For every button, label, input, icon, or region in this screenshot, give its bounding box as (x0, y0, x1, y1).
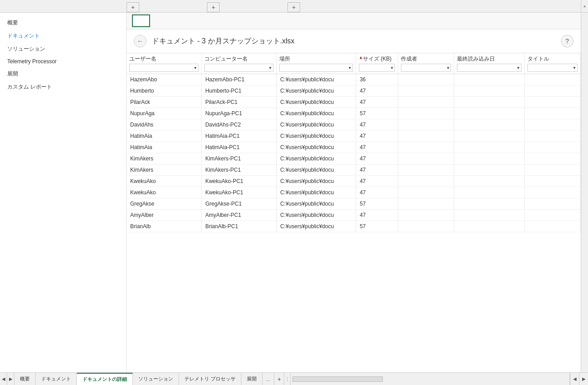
col-header-lastread: 最終読み込み日 ▼ (454, 53, 524, 74)
cell-author (398, 108, 454, 119)
table-row[interactable]: PilarAckPilarAck-PC1C:¥users¥public¥docu… (127, 97, 581, 108)
cell-title (524, 210, 580, 221)
filter-computer[interactable]: ▼ (204, 64, 273, 72)
sidebar-item-documents[interactable]: ドキュメント (0, 29, 126, 42)
sidebar-item-telemetry[interactable]: Telemetry Processor (0, 56, 126, 67)
cell-size: 47 (356, 142, 398, 153)
bottom-scroll-left[interactable]: ◀ (570, 373, 579, 385)
col-header-author: 作成者 ▼ (398, 53, 454, 74)
table-row[interactable]: NupurAgaNupurAga-PC1C:¥users¥public¥docu… (127, 108, 581, 119)
col-header-username: ユーザー名 ▼ (127, 53, 202, 74)
cell-author (398, 176, 454, 187)
table-row[interactable]: AmyAlberAmyAlber-PC1C:¥users¥public¥docu… (127, 210, 581, 221)
cell-lastread (454, 108, 524, 119)
table-row[interactable]: KimAkersKimAkers-PC1C:¥users¥public¥docu… (127, 164, 581, 176)
cell-lastread (454, 176, 524, 187)
help-button[interactable]: ? (561, 35, 574, 47)
table-row[interactable]: GregAkseGregAkse-PC1C:¥users¥public¥docu… (127, 198, 581, 210)
filter-author[interactable]: ▼ (401, 64, 451, 72)
cell-author (398, 187, 454, 198)
filter-arrow-computer: ▼ (268, 66, 272, 70)
cell-location: C:¥users¥public¥docu (276, 74, 356, 85)
table-row[interactable]: BrianAlbBrianAlb-PC1C:¥users¥public¥docu… (127, 221, 581, 232)
top-tab-add-1[interactable]: + (127, 2, 139, 12)
cell-lastread (454, 74, 524, 85)
tab-overview[interactable]: 概要 (14, 373, 36, 385)
filter-title[interactable]: ▼ (527, 64, 578, 72)
filter-lastread[interactable]: ▼ (457, 64, 521, 72)
cell-computer: PilarAck-PC1 (202, 97, 277, 108)
cell-computer: HazemAbo-PC1 (202, 74, 277, 85)
top-scrollbar[interactable]: ▲ (581, 0, 588, 12)
cell-title (524, 97, 580, 108)
sidebar-item-solutions[interactable]: ソリューション (0, 42, 126, 56)
table-row[interactable]: HatimAiaHatimAia-PC1C:¥users¥public¥docu… (127, 142, 581, 153)
cell-lastread (454, 85, 524, 97)
cell-location: C:¥users¥public¥docu (276, 176, 356, 187)
sidebar-item-overview[interactable]: 概要 (0, 16, 126, 29)
right-scrollbar[interactable] (581, 13, 588, 372)
col-header-title: タイトル ▼ (524, 53, 580, 74)
tab-deploy[interactable]: 展開 (241, 373, 263, 385)
tab-doc-details[interactable]: ドキュメントの詳細 (77, 373, 133, 385)
tab-solutions[interactable]: ソリューション (133, 373, 179, 385)
cell-size: 47 (356, 85, 398, 97)
cell-size: 47 (356, 187, 398, 198)
top-tab-add-2[interactable]: + (207, 2, 220, 12)
sidebar: 概要 ドキュメント ソリューション Telemetry Processor 展開… (0, 13, 127, 372)
bottom-scroll-right[interactable]: ▶ (579, 373, 588, 385)
back-icon: ← (137, 38, 143, 45)
table-container[interactable]: ユーザー名 ▼ コンピューター名 ▼ (127, 53, 581, 372)
filter-arrow-username: ▼ (193, 66, 197, 70)
top-tab-add-3[interactable]: + (287, 2, 300, 12)
sidebar-item-custom[interactable]: カスタム レポート (0, 80, 126, 94)
cell-title (524, 164, 580, 176)
content-area: ← ドキュメント - 3 か月スナップショット.xlsx ? ユーザー名 ▼ (127, 13, 581, 372)
cell-location: C:¥users¥public¥docu (276, 153, 356, 164)
table-row[interactable]: KwekuAkoKwekuAko-PC1C:¥users¥public¥docu… (127, 187, 581, 198)
tab-telemetry[interactable]: テレメトリ プロセッサ (179, 373, 241, 385)
filter-location[interactable]: ▼ (279, 64, 353, 72)
cell-author (398, 85, 454, 97)
tab-nav-prev[interactable]: ◀ (0, 373, 7, 385)
tab-documents[interactable]: ドキュメント (36, 373, 77, 385)
filter-arrow-author: ▼ (446, 66, 450, 70)
cell-lastread (454, 198, 524, 210)
filter-username[interactable]: ▼ (129, 64, 198, 72)
cell-username: HatimAia (127, 142, 202, 153)
table-row[interactable]: HumbertoHumberto-PC1C:¥users¥public¥docu… (127, 85, 581, 97)
sidebar-item-deploy[interactable]: 展開 (0, 67, 126, 80)
cell-lastread (454, 142, 524, 153)
cell-location: C:¥users¥public¥docu (276, 119, 356, 131)
cell-location: C:¥users¥public¥docu (276, 187, 356, 198)
tab-nav-next[interactable]: ▶ (7, 373, 14, 385)
tab-more[interactable]: ... (263, 373, 274, 385)
table-row[interactable]: KimAkersKimAkers-PC1C:¥users¥public¥docu… (127, 153, 581, 164)
table-row[interactable]: DavidAhsDavidAhs-PC2C:¥users¥public¥docu… (127, 119, 581, 131)
cell-username: PilarAck (127, 97, 202, 108)
back-button[interactable]: ← (134, 35, 146, 47)
tab-menu[interactable]: ⋮ (284, 373, 291, 385)
cell-computer: Humberto-PC1 (202, 85, 277, 97)
cell-computer: HatimAia-PC1 (202, 142, 277, 153)
bottom-scroll-area[interactable] (291, 373, 570, 385)
cell-computer: AmyAlber-PC1 (202, 210, 277, 221)
cell-author (398, 119, 454, 131)
cell-size: 47 (356, 131, 398, 142)
cell-title (524, 74, 580, 85)
cell-username: KwekuAko (127, 187, 202, 198)
cell-lastread (454, 119, 524, 131)
cell-location: C:¥users¥public¥docu (276, 210, 356, 221)
tab-add[interactable]: + (274, 373, 284, 385)
top-tab-bar: + + + ▲ (0, 0, 588, 13)
table-row[interactable]: HazemAboHazemAbo-PC1C:¥users¥public¥docu… (127, 74, 581, 85)
filter-arrow-lastread: ▼ (517, 66, 520, 70)
table-row[interactable]: KwekuAkoKwekuAko-PC1C:¥users¥public¥docu… (127, 176, 581, 187)
cell-username: KwekuAko (127, 176, 202, 187)
cell-size: 57 (356, 221, 398, 232)
filter-size[interactable]: ▼ (359, 64, 395, 72)
cell-author (398, 221, 454, 232)
cell-title (524, 108, 580, 119)
cell-username: KimAkers (127, 153, 202, 164)
table-row[interactable]: HatimAiaHatimAia-PC1C:¥users¥public¥docu… (127, 131, 581, 142)
